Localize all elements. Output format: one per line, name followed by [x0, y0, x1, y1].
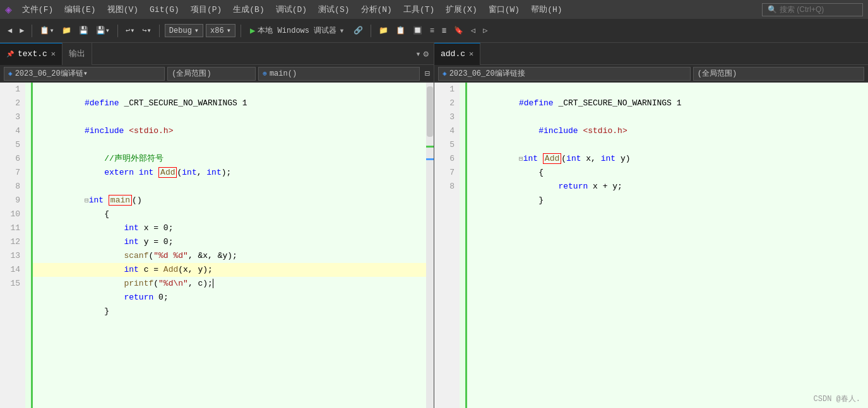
run-button[interactable]: ▶ 本地 Windows 调试器 ▾: [246, 24, 348, 37]
right-code-line-5: ⊟int Add(int x, int y): [467, 138, 868, 152]
left-scope-label: (全局范围): [172, 68, 211, 79]
tab-output[interactable]: 输出: [62, 43, 92, 65]
scroll-mark-green: [426, 146, 434, 148]
toolbar-icon-6[interactable]: 🔲: [410, 25, 425, 37]
menu-window[interactable]: 窗口(W): [484, 3, 525, 16]
right-code-line-1: #define _CRT_SECURE_NO_WARNINGS 1: [467, 83, 868, 96]
right-project-label: 2023_06_20编译链接: [449, 68, 525, 79]
toolbar-icon-4[interactable]: 💾▾: [93, 25, 112, 37]
tab-settings-icon[interactable]: ⚙: [424, 49, 429, 59]
separator-4: [241, 25, 241, 37]
menu-help[interactable]: 帮助(H): [526, 3, 567, 16]
code-line-3: #include <stdio.h>: [33, 110, 426, 124]
right-line-numbers: 1 2 3 4 5 6 7 8: [434, 83, 460, 408]
separator-5: [371, 25, 371, 37]
run-label: 本地 Windows 调试器: [258, 25, 336, 36]
menu-build[interactable]: 生成(B): [228, 3, 269, 16]
separator-2: [117, 25, 118, 37]
menu-edit[interactable]: 编辑(E): [59, 3, 100, 16]
tab-close-left[interactable]: ✕: [51, 49, 56, 59]
project-icon: ◈: [8, 69, 13, 78]
scroll-thumb-left[interactable]: [427, 86, 433, 137]
debug-mode-dropdown[interactable]: Debug ▾: [165, 24, 203, 37]
toolbar-icon-3[interactable]: 💾: [76, 25, 91, 37]
left-scrollbar[interactable]: [426, 83, 434, 408]
toolbar-icon-7[interactable]: ≡: [427, 25, 437, 37]
tab-close-right[interactable]: ✕: [469, 49, 473, 59]
code-line-5: //声明外部符号: [33, 138, 426, 152]
toolbar-icon-2[interactable]: 📁: [59, 25, 74, 37]
menu-extensions[interactable]: 扩展(X): [441, 3, 482, 16]
tab-output-label: 输出: [69, 48, 85, 59]
right-project-dropdown[interactable]: ◈ 2023_06_20编译链接: [438, 67, 691, 81]
right-scope-label: (全局范围): [698, 68, 737, 79]
menu-analyze[interactable]: 分析(N): [356, 3, 397, 16]
left-project-dropdown[interactable]: ◈ 2023_06_20编译链▾: [4, 67, 165, 81]
scroll-mark-blue: [426, 158, 434, 160]
run-dropdown-icon: ▾: [339, 25, 344, 36]
code-line-8: ⊟int main(): [33, 180, 426, 194]
right-code-area[interactable]: 1 2 3 4 5 6 7 8 #define _CRT_SECURE_NO_W…: [434, 83, 868, 408]
tab-add-c-label: add.c: [441, 49, 465, 59]
platform-dropdown[interactable]: x86 ▾: [206, 24, 235, 37]
left-project-label: 2023_06_20编译链▾: [15, 68, 88, 79]
search-box[interactable]: 🔍: [762, 3, 863, 16]
tab-add-c[interactable]: add.c ✕: [434, 43, 480, 65]
redo-button[interactable]: ↪▾: [140, 25, 153, 37]
toolbar-folder-icon[interactable]: 📁: [376, 25, 391, 37]
undo-button[interactable]: ↩▾: [123, 25, 137, 37]
func-icon: ⊕: [263, 69, 267, 78]
toolbar-icon-1[interactable]: 📋▾: [37, 25, 56, 37]
left-code-content[interactable]: #define _CRT_SECURE_NO_WARNINGS 1 #inclu…: [33, 83, 426, 408]
menu-tools[interactable]: 工具(T): [398, 3, 439, 16]
play-icon: ▶: [250, 25, 255, 36]
forward-button[interactable]: ▶: [17, 25, 27, 37]
toolbar: ◀ ▶ 📋▾ 📁 💾 💾▾ ↩▾ ↪▾ Debug ▾ x86 ▾ ▶ 本地 W…: [0, 19, 868, 43]
menu-view[interactable]: 视图(V): [102, 3, 143, 16]
toolbar-icon-5[interactable]: 📋: [393, 25, 408, 37]
split-editor-icon[interactable]: ⊟: [425, 68, 430, 79]
toolbar-icon-9[interactable]: ◁: [468, 25, 478, 37]
left-tab-strip: 📌 text.c ✕ 输出 ▾ ⚙: [0, 43, 434, 65]
back-button[interactable]: ◀: [5, 25, 15, 37]
main-content: 📌 text.c ✕ 输出 ▾ ⚙ ◈ 2023_06_20编译链▾ (全局范围…: [0, 43, 868, 408]
chevron-down-icon: ▾: [194, 26, 199, 35]
left-func-label: main(): [270, 69, 297, 78]
left-func-dropdown[interactable]: ⊕ main(): [258, 67, 419, 81]
tab-text-c-label: text.c: [18, 49, 47, 59]
right-tab-strip: add.c ✕: [434, 43, 868, 65]
separator-1: [32, 25, 32, 37]
menu-test[interactable]: 测试(S): [313, 3, 354, 16]
left-gutter-bar: [25, 83, 33, 408]
menu-file[interactable]: 文件(F): [17, 3, 58, 16]
menu-bar: ◈ 文件(F) 编辑(E) 视图(V) Git(G) 项目(P) 生成(B) 调…: [0, 0, 868, 19]
menu-debug[interactable]: 调试(D): [271, 3, 312, 16]
tab-strip-right-controls: ▾ ⚙: [415, 49, 434, 59]
code-line-1: #define _CRT_SECURE_NO_WARNINGS 1: [33, 83, 426, 96]
right-code-content[interactable]: #define _CRT_SECURE_NO_WARNINGS 1 #inclu…: [467, 83, 868, 408]
tab-text-c[interactable]: 📌 text.c ✕: [0, 43, 62, 65]
menu-project[interactable]: 项目(P): [186, 3, 227, 16]
search-icon: 🔍: [768, 5, 777, 15]
menu-git[interactable]: Git(G): [145, 4, 184, 16]
search-input[interactable]: [780, 5, 855, 14]
left-scope-dropdown[interactable]: (全局范围): [167, 67, 256, 81]
toolbar-bookmark-icon[interactable]: 🔖: [451, 25, 466, 37]
toolbar-icon-10[interactable]: ▷: [480, 25, 490, 37]
right-project-icon: ◈: [443, 69, 447, 78]
watermark: CSDN @春人.: [814, 393, 860, 404]
right-nav-bar: ◈ 2023_06_20编译链接 (全局范围): [434, 65, 868, 83]
right-code-line-3: #include <stdio.h>: [467, 110, 868, 124]
right-gutter-bar: [460, 83, 467, 408]
pin-icon: 📌: [6, 50, 14, 58]
left-nav-bar: ◈ 2023_06_20编译链▾ (全局范围) ⊕ main() ⊟: [0, 65, 434, 83]
left-line-numbers: 1 2 3 4 5 6 7 8 9 10 11 12 13 14 15: [0, 83, 25, 408]
toolbar-icon-8[interactable]: ≣: [439, 25, 449, 37]
left-code-area[interactable]: 1 2 3 4 5 6 7 8 9 10 11 12 13 14 15: [0, 83, 434, 408]
chevron-down-icon-2: ▾: [227, 26, 231, 35]
separator-3: [159, 25, 160, 37]
toolbar-attach-icon[interactable]: 🔗: [351, 25, 366, 37]
right-scope-dropdown[interactable]: (全局范围): [693, 67, 864, 81]
right-editor-pane: add.c ✕ ◈ 2023_06_20编译链接 (全局范围) 1 2 3 4 …: [434, 43, 868, 408]
tab-dropdown-icon[interactable]: ▾: [415, 49, 420, 59]
